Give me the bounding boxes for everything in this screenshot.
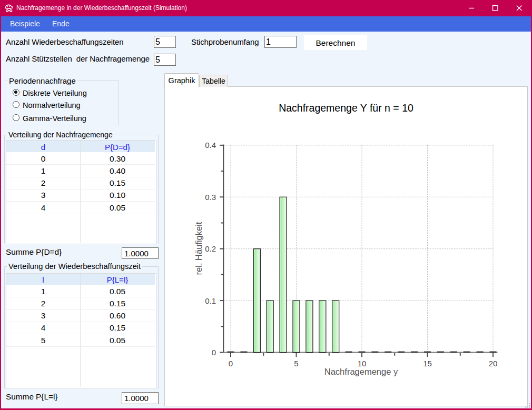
svg-text:0: 0 — [229, 359, 233, 368]
svg-text:20: 20 — [489, 359, 498, 368]
svg-text:0.4: 0.4 — [205, 141, 216, 149]
svg-text:0: 0 — [212, 348, 216, 357]
svg-text:Nachfragemenge y: Nachfragemenge y — [324, 367, 398, 376]
svg-text:0.2: 0.2 — [205, 244, 216, 253]
svg-text:rel. Häufigkeit: rel. Häufigkeit — [194, 222, 203, 275]
svg-text:5: 5 — [294, 359, 298, 368]
svg-text:15: 15 — [423, 359, 432, 368]
svg-text:0.1: 0.1 — [205, 296, 216, 305]
svg-text:Nachfragemenge Y für n = 10: Nachfragemenge Y für n = 10 — [279, 102, 413, 114]
svg-text:0.3: 0.3 — [205, 193, 216, 202]
